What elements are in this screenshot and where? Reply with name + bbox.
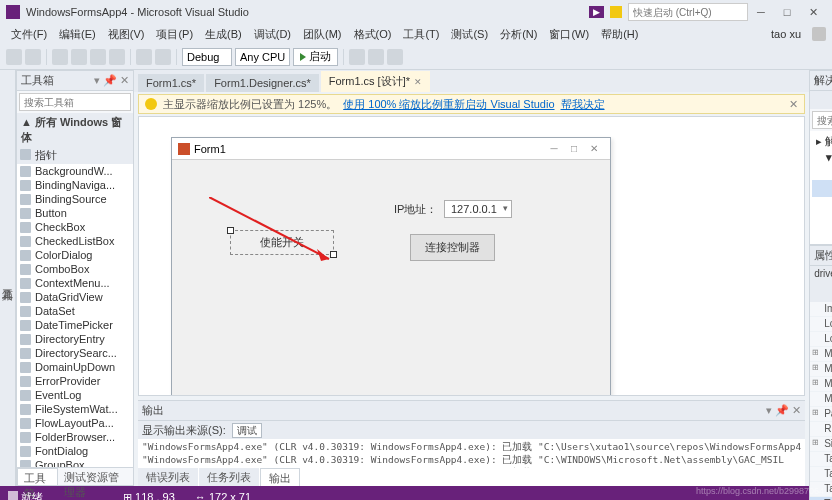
home-icon[interactable] (814, 93, 826, 105)
menu-item[interactable]: 分析(N) (495, 25, 542, 44)
doc-tab-active[interactable]: Form1.cs [设计]*✕ (321, 71, 430, 92)
menu-item[interactable]: 调试(D) (249, 25, 296, 44)
avatar-icon[interactable] (812, 27, 826, 41)
toolbox-item[interactable]: ContextMenu... (17, 276, 133, 290)
property-row[interactable]: MinimumSize0, 0 (810, 377, 832, 392)
tree-node-project[interactable]: ▾ WindowsFormsApp4 (812, 150, 832, 165)
bottom-tab[interactable]: 输出 (260, 468, 300, 486)
tree-node[interactable]: 分析器 (812, 197, 832, 214)
toolbox-item[interactable]: FontDialog (17, 444, 133, 458)
toolbox-item[interactable]: EventLog (17, 388, 133, 402)
left-sidetab[interactable]: 工具箱 (0, 70, 16, 486)
layout-button[interactable] (387, 49, 403, 65)
tree-node[interactable]: Microsoft.CSharp (812, 214, 832, 228)
toolbox-item[interactable]: ErrorProvider (17, 374, 133, 388)
pin-icon[interactable]: ▾ 📌 ✕ (94, 74, 129, 87)
toolbox-item[interactable]: BindingNaviga... (17, 178, 133, 192)
solexp-search-input[interactable] (812, 111, 832, 129)
infobar-close-icon[interactable]: ✕ (789, 98, 798, 111)
menu-item[interactable]: 编辑(E) (54, 25, 101, 44)
platform-combo[interactable]: Any CPU (235, 48, 290, 66)
open-button[interactable] (71, 49, 87, 65)
save-button[interactable] (90, 49, 106, 65)
bottom-tab[interactable]: 工具箱 (17, 468, 58, 485)
layout-button[interactable] (349, 49, 365, 65)
doc-tab[interactable]: Form1.Designer.cs* (206, 74, 319, 92)
property-row[interactable]: Location118, 93 (810, 317, 832, 332)
toolbox-item[interactable]: BindingSource (17, 192, 133, 206)
notification-icon[interactable] (610, 6, 622, 18)
toolbox-item[interactable]: DataSet (17, 304, 133, 318)
bottom-tab[interactable]: 任务列表 (199, 468, 259, 486)
nav-back-button[interactable] (6, 49, 22, 65)
infobar-link[interactable]: 使用 100% 缩放比例重新启动 Visual Studio (343, 97, 554, 112)
menu-item[interactable]: 生成(B) (200, 25, 247, 44)
categorized-icon[interactable] (814, 286, 826, 298)
toolbox-item[interactable]: BackgroundW... (17, 164, 133, 178)
tree-node-solution[interactable]: ▸ 解决方案"WindowsFormsApp4"(1 (812, 133, 832, 150)
form-designer[interactable]: Form1 ─ □ ✕ IP地址： 127.0.0.1 使能开关 连接控制器 (138, 116, 805, 396)
ip-label[interactable]: IP地址： (394, 202, 437, 217)
toolbox-item[interactable]: DirectoryEntry (17, 332, 133, 346)
connect-button[interactable]: 连接控制器 (410, 234, 495, 261)
infobar-link[interactable]: 帮我决定 (561, 97, 605, 112)
property-row[interactable]: RightToLeftNo (810, 422, 832, 437)
signin-name[interactable]: tao xu (766, 26, 806, 42)
property-row[interactable]: Padding0, 0, 0, 0 (810, 407, 832, 422)
toolbox-item[interactable]: Button (17, 206, 133, 220)
output-source-combo[interactable]: 调试 (232, 423, 262, 438)
bottom-tab[interactable]: 错误列表 (138, 468, 198, 486)
toolbox-group[interactable]: ▲ 所有 Windows 窗体 (17, 113, 133, 147)
start-button[interactable]: 启动 (293, 48, 338, 66)
ip-combo[interactable]: 127.0.0.1 (444, 200, 512, 218)
maximize-button[interactable]: □ (774, 6, 800, 18)
minimize-button[interactable]: ─ (748, 6, 774, 18)
tree-node[interactable]: ▸ Properties (812, 165, 832, 180)
property-row[interactable]: LockedFalse (810, 332, 832, 347)
tab-close-icon[interactable]: ✕ (414, 77, 422, 87)
property-row[interactable]: TabIndex1 (810, 452, 832, 467)
property-row[interactable]: ModifiersPrivate (810, 392, 832, 407)
doc-tab[interactable]: Form1.cs* (138, 74, 204, 92)
form1-window[interactable]: Form1 ─ □ ✕ IP地址： 127.0.0.1 使能开关 连接控制器 (171, 137, 611, 396)
redo-button[interactable] (155, 49, 171, 65)
properties-grid[interactable]: ImageList(无)Location118, 93LockedFalseMa… (810, 302, 832, 500)
tree-node-references[interactable]: ▾ 引用 (812, 180, 832, 197)
menu-item[interactable]: 视图(V) (103, 25, 150, 44)
props-object-selector[interactable]: drive_switch System.Windows.Forms.L (810, 266, 832, 284)
config-combo[interactable]: Debug (182, 48, 232, 66)
tree-node[interactable]: Mycontrol (812, 228, 832, 242)
saveall-button[interactable] (109, 49, 125, 65)
property-row[interactable]: Margin3, 3, 3, 3 (810, 347, 832, 362)
property-row[interactable]: Size172, 71 (810, 437, 832, 452)
toolbox-item[interactable]: DomainUpDown (17, 360, 133, 374)
layout-button[interactable] (368, 49, 384, 65)
menu-item[interactable]: 测试(S) (446, 25, 493, 44)
toolbox-item[interactable]: FlowLayoutPa... (17, 416, 133, 430)
toolbox-item[interactable]: DataGridView (17, 290, 133, 304)
drive-switch-label[interactable]: 使能开关 (230, 230, 334, 255)
menu-item[interactable]: 项目(P) (151, 25, 198, 44)
output-text[interactable]: "WindowsFormsApp4.exe" (CLR v4.0.30319: … (138, 439, 805, 468)
quick-launch-input[interactable] (628, 3, 748, 21)
toolbox-item[interactable]: DirectorySearc... (17, 346, 133, 360)
close-button[interactable]: ✕ (800, 6, 826, 19)
nav-fwd-button[interactable] (25, 49, 41, 65)
menu-item[interactable]: 工具(T) (398, 25, 444, 44)
menu-item[interactable]: 窗口(W) (544, 25, 594, 44)
property-row[interactable]: TabStopTrue (810, 467, 832, 482)
property-row[interactable]: ImageList(无) (810, 302, 832, 317)
toolbox-item[interactable]: CheckedListBox (17, 234, 133, 248)
menu-item[interactable]: 文件(F) (6, 25, 52, 44)
menu-item[interactable]: 团队(M) (298, 25, 347, 44)
new-button[interactable] (52, 49, 68, 65)
toolbox-item[interactable]: DateTimePicker (17, 318, 133, 332)
toolbox-item[interactable]: CheckBox (17, 220, 133, 234)
pin-icon[interactable]: ▾ 📌 ✕ (766, 404, 801, 417)
bottom-tab[interactable]: 测试资源管理器 (58, 468, 133, 485)
toolbox-item[interactable]: ComboBox (17, 262, 133, 276)
property-row[interactable]: MaximumSize0, 0 (810, 362, 832, 377)
menu-item[interactable]: 格式(O) (349, 25, 397, 44)
menu-item[interactable]: 帮助(H) (596, 25, 643, 44)
toolbox-item[interactable]: GroupBox (17, 458, 133, 467)
